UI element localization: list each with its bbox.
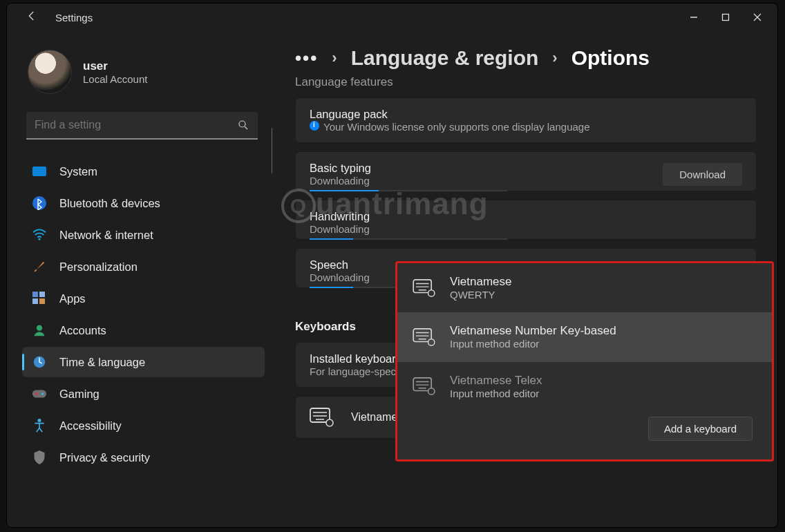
popup-option-vietnamese-telex[interactable]: Vietnamese TelexInput method editor [397,362,772,411]
language-pack-title: Language pack [310,108,590,121]
popup-item-sub: Input method editor [450,388,542,399]
sidebar-item-network[interactable]: Network & internet [22,220,265,250]
keyboard-picker-popup: VietnameseQWERTY Vietnamese Number Key-b… [395,261,774,462]
maximize-button[interactable] [710,6,741,29]
basic-typing-status: Downloading [310,175,371,187]
svg-point-16 [38,419,41,422]
search-input[interactable] [35,119,237,131]
keyboard-icon [413,328,436,346]
search-box[interactable] [26,112,258,140]
svg-rect-4 [32,167,46,176]
search-icon [237,119,249,131]
popup-option-vietnamese-number-key[interactable]: Vietnamese Number Key-basedInput method … [397,312,772,361]
breadcrumb-overflow[interactable]: ••• [295,48,318,69]
popup-item-title: Vietnamese Telex [450,374,542,388]
sidebar-item-system[interactable]: System [22,156,265,187]
svg-point-21 [326,419,333,426]
popup-item-sub: QWERTY [450,289,511,301]
svg-point-6 [39,238,41,240]
popup-item-title: Vietnamese [450,275,511,289]
nav-list: System Bluetooth & devices Network & int… [22,156,265,473]
wifi-icon [32,227,47,243]
basic-typing-card: Basic typing Downloading Download [295,151,757,191]
gamepad-icon [32,386,47,401]
chevron-right-icon: › [552,49,557,67]
svg-point-26 [428,289,435,296]
back-button[interactable] [25,10,39,25]
profile-block[interactable]: user Local Account [22,41,265,108]
svg-rect-27 [413,329,431,342]
svg-point-2 [239,121,245,127]
sidebar-item-gaming[interactable]: Gaming [22,379,265,409]
sidebar-item-time-language[interactable]: Time & language [22,347,265,377]
handwriting-card: Handwriting Downloading [295,200,757,240]
popup-add-keyboard-button[interactable]: Add a keyboard [648,417,753,441]
svg-point-36 [428,388,435,395]
sidebar-item-apps[interactable]: Apps [22,283,265,314]
download-button[interactable]: Download [663,163,742,186]
sidebar-item-label: Apps [59,292,86,305]
info-icon [310,121,319,131]
sidebar-item-personalization[interactable]: Personalization [22,251,265,282]
svg-rect-22 [413,280,431,293]
clock-globe-icon [32,354,47,370]
sidebar-item-label: Bluetooth & devices [59,197,160,210]
sidebar-item-bluetooth[interactable]: Bluetooth & devices [22,188,265,218]
avatar [28,50,72,94]
sidebar: user Local Account System Bluetooth & de… [7,31,272,527]
handwriting-status: Downloading [310,223,370,235]
close-button[interactable] [741,6,773,29]
sidebar-item-privacy[interactable]: Privacy & security [22,442,265,473]
svg-rect-32 [413,378,431,391]
svg-point-14 [35,392,38,395]
display-icon [32,164,47,179]
sidebar-item-label: Time & language [59,356,145,369]
speech-title: Speech [310,258,370,272]
sidebar-item-label: Privacy & security [59,451,150,464]
progress-bar [310,238,507,240]
basic-typing-title: Basic typing [310,162,371,175]
svg-rect-1 [723,15,729,21]
sidebar-item-label: Gaming [59,388,100,401]
popup-item-title: Vietnamese Number Key-based [450,324,616,338]
language-pack-card: Language pack Your Windows license only … [295,97,757,143]
apps-icon [32,291,47,306]
svg-rect-13 [32,390,46,398]
svg-line-3 [245,126,247,129]
speech-status: Downloading [310,272,370,283]
person-icon [32,323,47,338]
svg-rect-17 [310,408,330,422]
scrollbar-thumb[interactable] [272,128,272,173]
breadcrumb-parent[interactable]: Language & region [351,46,539,70]
language-pack-info: Your Windows license only supports one d… [323,121,590,133]
sidebar-item-accessibility[interactable]: Accessibility [22,410,265,441]
keyboard-icon [310,408,334,427]
sidebar-item-label: Personalization [59,260,138,274]
svg-point-15 [41,392,44,395]
svg-point-31 [428,339,435,345]
breadcrumb: ••• › Language & region › Options [295,46,757,70]
breadcrumb-current: Options [571,46,650,70]
keyboard-icon [413,377,436,395]
svg-rect-10 [39,298,45,304]
sidebar-item-label: Network & internet [59,229,153,242]
brush-icon [32,259,47,274]
keyboard-icon [413,279,436,297]
shield-icon [32,450,47,465]
popup-option-vietnamese-qwerty[interactable]: VietnameseQWERTY [397,263,772,312]
bluetooth-icon [32,196,47,211]
user-name: user [83,59,147,73]
accessibility-icon [32,418,47,433]
progress-bar [310,190,507,191]
svg-point-11 [37,325,42,331]
chevron-right-icon: › [332,49,337,67]
minimize-button[interactable] [678,6,710,29]
svg-rect-9 [32,298,38,304]
section-language-features: Language features [295,75,757,89]
account-type: Local Account [83,73,147,85]
titlebar: Settings [7,3,777,31]
sidebar-item-label: Accessibility [59,419,122,433]
svg-rect-7 [32,292,38,297]
sidebar-item-accounts[interactable]: Accounts [22,315,265,345]
app-title: Settings [55,12,93,23]
